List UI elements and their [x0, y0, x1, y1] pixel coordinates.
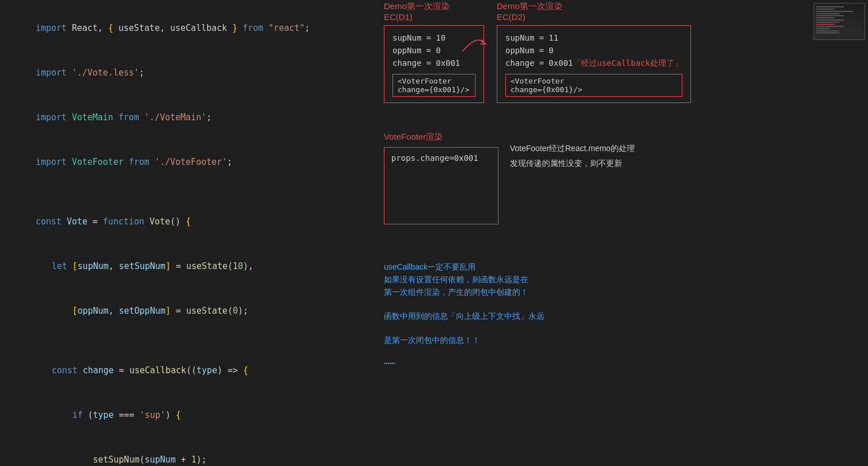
callback-note: useCallback一定不要乱用 如果没有设置任何依赖，则函数永远是在 第一次… — [384, 260, 653, 366]
thumb-line-1 — [816, 6, 844, 7]
code-line-12: setSupNum(supNum + 1); — [0, 437, 378, 466]
code-line-blank1 — [0, 184, 378, 199]
demo-d1-block: Demo第一次渲染 EC(D1) supNum = 10 oppNum = 0 … — [384, 1, 484, 103]
demo-d1-title: Demo第一次渲染 EC(D1) — [384, 1, 450, 22]
thumb-line-2 — [816, 9, 835, 10]
memo-note-line2: 发现传递的属性没变，则不更新 — [510, 157, 688, 169]
callback-note-line5: 是第一次闭包中的信息！！ — [384, 334, 653, 346]
thumb-line-7 — [816, 22, 839, 23]
d2-component: <VoterFooter change={0x001}/> — [505, 74, 682, 97]
callback-note-line2: 如果没有设置任何依赖，则函数永远是在 — [384, 273, 653, 286]
thumb-line-9 — [816, 28, 830, 29]
demo-blocks: Demo第一次渲染 EC(D1) supNum = 10 oppNum = 0 … — [384, 1, 691, 103]
demo-d2-box: supNum = 11 oppNum = 0 change = 0x001「经过… — [497, 25, 691, 103]
callback-note-line1: useCallback一定不要乱用 — [384, 260, 653, 273]
code-line-7: let [supNum, setSupNum] = useState(10), — [0, 244, 378, 289]
thumb-line-6 — [816, 19, 844, 21]
d1-component: <VoterFooter change={0x001}/> — [392, 74, 476, 97]
thumb-lines — [814, 3, 865, 36]
votefooter-props: props.change=0x001 — [391, 153, 491, 163]
code-line-10: const change = useCallback((type) => { — [0, 348, 378, 393]
code-line-11: if (type === 'sup') { — [0, 393, 378, 437]
thumb-line-red1 — [816, 15, 844, 16]
d2-change: change = 0x001「经过useCallback处理了」 — [505, 57, 682, 69]
votefooter-box: props.change=0x001 — [384, 147, 498, 224]
d2-supnum: supNum = 11 — [505, 31, 682, 44]
thumb-line-10 — [816, 30, 839, 31]
thumb-line-4 — [816, 13, 839, 14]
code-line-8: [oppNum, setOppNum] = useState(0); — [0, 289, 378, 333]
thumb-line-8 — [816, 26, 844, 27]
code-line-blank2 — [0, 333, 378, 348]
demo-d1-box: supNum = 10 oppNum = 0 change = 0x001 <V… — [384, 25, 484, 103]
memo-note-line1: VoteFooter经过React.memo的处理 — [510, 142, 688, 155]
memo-note: VoteFooter经过React.memo的处理 发现传递的属性没变，则不更新 — [510, 142, 688, 172]
thumb-line-5 — [816, 17, 835, 18]
main-container: import React, { useState, useCallback } … — [0, 0, 868, 466]
thumbnail-inner — [814, 3, 865, 40]
code-line-6: const Vote = function Vote() { — [0, 199, 378, 244]
thumb-line-red3 — [816, 33, 839, 33]
callback-note-line4: 函数中用到的信息「向上级上下文中找」永远 — [384, 310, 653, 322]
annotation-panel: Demo第一次渲染 EC(D1) supNum = 10 oppNum = 0 … — [378, 0, 868, 466]
code-panel: import React, { useState, useCallback } … — [0, 0, 378, 466]
votefooter-title: VoteFooter渲染 — [384, 132, 498, 143]
thumbnail — [814, 3, 865, 40]
code-line-3: import VoteMain from './VoteMain'; — [0, 95, 378, 140]
code-line-4: import VoteFooter from './VoteFooter'; — [0, 140, 378, 184]
callback-note-line3: 第一次组件渲染，产生的闭包中创建的！ — [384, 286, 653, 298]
demo-d2-title: Demo第一次渲染 EC(D2) — [497, 1, 563, 22]
votefooter-container: VoteFooter渲染 props.change=0x001 — [384, 132, 498, 224]
demo-d2-block: Demo第一次渲染 EC(D2) supNum = 11 oppNum = 0 … — [497, 1, 691, 103]
thumb-line-3 — [816, 11, 854, 12]
d2-oppnum: oppNum = 0 — [505, 44, 682, 57]
thumb-line-red2 — [816, 24, 835, 25]
code-line-2: import './Vote.less'; — [0, 50, 378, 95]
callback-note-dots: …… — [384, 356, 653, 366]
code-line-1: import React, { useState, useCallback } … — [0, 6, 378, 50]
